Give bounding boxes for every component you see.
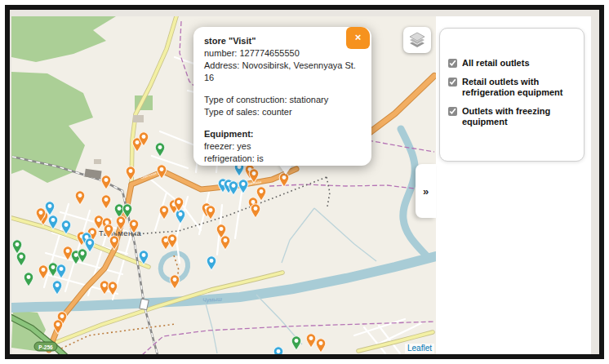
map-marker[interactable] — [138, 131, 149, 147]
map-marker[interactable] — [205, 205, 216, 220]
map-marker[interactable] — [291, 335, 302, 351]
sidebar-expand-button[interactable]: » — [416, 164, 436, 218]
map-marker[interactable] — [107, 281, 118, 296]
sidebar: All retail outletsRetail outlets with re… — [436, 16, 591, 354]
map-marker[interactable] — [315, 338, 327, 353]
map-marker[interactable] — [60, 220, 72, 235]
filter-checkbox-row[interactable]: Retail outlets with refrigeration equipm… — [448, 77, 577, 99]
map-marker[interactable] — [35, 207, 47, 223]
map-marker[interactable] — [220, 235, 231, 251]
map-marker[interactable] — [115, 215, 127, 231]
map-marker[interactable] — [56, 264, 67, 279]
chevron-double-right-icon: » — [423, 185, 429, 198]
layers-icon — [408, 32, 426, 48]
map-marker[interactable] — [173, 197, 184, 212]
map-marker[interactable] — [16, 251, 27, 267]
popup-address-line2: 16 — [204, 72, 362, 84]
filter-panel: All retail outletsRetail outlets with re… — [439, 28, 585, 162]
popup-construction: Type of construction: stationary — [204, 94, 362, 106]
window-frame: Советская Советская Тальменка Чумыш Р-25… — [5, 5, 604, 359]
popup-refrigeration: refrigeration: is — [204, 153, 362, 165]
map-marker[interactable] — [169, 274, 180, 290]
map-marker[interactable] — [238, 179, 249, 194]
popup-close-button[interactable]: × — [346, 27, 370, 49]
popup-spacer — [204, 84, 362, 94]
map-marker[interactable] — [128, 219, 140, 234]
popup-address-line1: Address: Novosibirsk, Vesennyaya St. — [204, 60, 362, 72]
popup-title: store "Visit" — [204, 35, 362, 47]
filter-list: All retail outletsRetail outlets with re… — [448, 58, 577, 128]
map-marker[interactable] — [250, 203, 261, 219]
filter-checkbox[interactable] — [448, 59, 457, 68]
filter-checkbox[interactable] — [448, 107, 457, 116]
popup-sales: Type of sales: counter — [204, 106, 362, 118]
map-marker[interactable] — [154, 142, 166, 158]
map-marker[interactable] — [156, 164, 167, 180]
filter-checkbox[interactable] — [448, 78, 457, 87]
close-icon: × — [355, 31, 362, 43]
map-marker[interactable] — [52, 319, 64, 335]
map-marker[interactable] — [125, 166, 136, 181]
popup-equipment-heading: Equipment: — [204, 128, 362, 140]
map-marker[interactable] — [74, 190, 86, 206]
layers-control-button[interactable] — [403, 27, 431, 53]
store-info-popup: store "Visit" number: 127774655550 Addre… — [193, 27, 371, 166]
map-marker[interactable] — [138, 250, 149, 265]
popup-number: number: 127774655550 — [204, 47, 362, 60]
map-marker[interactable] — [109, 235, 120, 251]
map-marker[interactable] — [100, 175, 112, 190]
map-marker[interactable] — [100, 194, 112, 210]
map-marker[interactable] — [167, 233, 178, 249]
filter-label: All retail outlets — [462, 58, 571, 69]
popup-freezer: freezer: yes — [204, 140, 362, 153]
filter-checkbox-row[interactable]: Outlets with freezing equipment — [448, 106, 577, 128]
filter-label: Retail outlets with refrigeration equipm… — [462, 77, 571, 99]
map-marker[interactable] — [206, 255, 217, 271]
map-marker[interactable] — [47, 215, 59, 230]
map-marker[interactable] — [51, 280, 63, 295]
filter-label: Outlets with freezing equipment — [462, 106, 571, 128]
leaflet-attribution[interactable]: Leaflet — [405, 344, 434, 353]
map-marker[interactable] — [23, 272, 34, 287]
map-marker[interactable] — [84, 237, 96, 253]
map-marker[interactable] — [248, 168, 260, 184]
filter-checkbox-row[interactable]: All retail outlets — [448, 58, 577, 69]
popup-spacer — [204, 118, 362, 128]
map-marker[interactable] — [273, 346, 284, 354]
